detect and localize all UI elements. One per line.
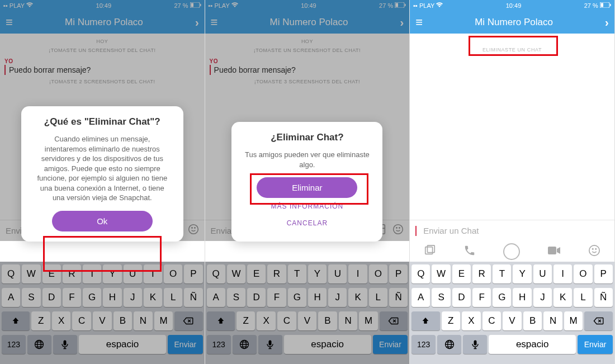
globe-key[interactable]	[437, 335, 461, 354]
send-key[interactable]: Enviar	[373, 335, 408, 354]
key-h[interactable]: H	[103, 288, 121, 307]
globe-key[interactable]	[233, 335, 257, 354]
key-x[interactable]: X	[52, 311, 71, 330]
chevron-right-icon[interactable]: ›	[605, 16, 609, 29]
key-d[interactable]: D	[247, 288, 266, 307]
key-a[interactable]: A	[411, 288, 430, 307]
key-v[interactable]: V	[93, 311, 112, 330]
keyboard[interactable]: QWERTYUIOP ASDFGHJKLÑ ZXCVBNM 123 espaci…	[410, 262, 614, 364]
key-h[interactable]: H	[513, 288, 531, 307]
send-key[interactable]: Enviar	[168, 335, 202, 354]
key-b[interactable]: B	[318, 311, 337, 330]
key-w[interactable]: W	[432, 264, 450, 283]
smile-icon[interactable]	[588, 244, 600, 259]
shift-key[interactable]	[207, 311, 235, 330]
key-q[interactable]: Q	[207, 264, 225, 283]
key-l[interactable]: L	[574, 288, 592, 307]
key-y[interactable]: Y	[513, 264, 531, 283]
chevron-right-icon[interactable]: ›	[195, 16, 199, 29]
key-ñ[interactable]: Ñ	[184, 288, 202, 307]
send-key[interactable]: Enviar	[578, 335, 612, 354]
key-r[interactable]: R	[472, 264, 491, 283]
chat-message[interactable]: Puedo borrar mensaje?	[4, 65, 200, 75]
key-q[interactable]: Q	[411, 264, 430, 283]
keyboard[interactable]: QWERTYUIOP ASDFGHJKLÑ ZXCVBNM 123	[205, 262, 410, 364]
menu-icon[interactable]: ≡	[6, 15, 13, 30]
key-b[interactable]: B	[113, 311, 133, 330]
key-t[interactable]: T	[83, 264, 101, 283]
backspace-key[interactable]	[380, 311, 408, 330]
key-d[interactable]: D	[452, 288, 471, 307]
mic-key[interactable]	[463, 335, 487, 354]
key-i[interactable]: I	[348, 264, 367, 283]
key-x[interactable]: X	[462, 311, 481, 330]
key-f[interactable]: F	[472, 288, 491, 307]
key-v[interactable]: V	[503, 311, 522, 330]
key-e[interactable]: E	[452, 264, 471, 283]
key-t[interactable]: T	[288, 264, 306, 283]
menu-icon[interactable]: ≡	[211, 15, 218, 30]
key-g[interactable]: G	[288, 288, 306, 307]
key-m[interactable]: M	[359, 311, 378, 330]
key-r[interactable]: R	[63, 264, 81, 283]
key-y[interactable]: Y	[308, 264, 327, 283]
key-s[interactable]: S	[227, 288, 245, 307]
key-n[interactable]: N	[339, 311, 358, 330]
key-e[interactable]: E	[42, 264, 61, 283]
key-p[interactable]: P	[389, 264, 408, 283]
key-u[interactable]: U	[328, 264, 347, 283]
camera-ring-icon[interactable]	[503, 243, 520, 260]
key-s[interactable]: S	[22, 288, 40, 307]
key-l[interactable]: L	[164, 288, 182, 307]
key-z[interactable]: Z	[31, 311, 50, 330]
more-info-link[interactable]: MÁS INFORMACIÓN	[244, 198, 370, 215]
ok-button[interactable]: Ok	[52, 211, 153, 231]
key-k[interactable]: K	[144, 288, 162, 307]
phone-icon[interactable]	[463, 244, 476, 259]
key-k[interactable]: K	[348, 288, 367, 307]
key-v[interactable]: V	[298, 311, 317, 330]
key-d[interactable]: D	[42, 288, 61, 307]
key-j[interactable]: J	[124, 288, 142, 307]
key-f[interactable]: F	[63, 288, 81, 307]
cancel-link[interactable]: CANCELAR	[244, 215, 370, 231]
key-ñ[interactable]: Ñ	[389, 288, 408, 307]
key-y[interactable]: Y	[103, 264, 121, 283]
mic-key[interactable]	[53, 335, 77, 354]
space-key[interactable]: espacio	[284, 335, 371, 354]
space-key[interactable]: espacio	[79, 335, 166, 354]
key-s[interactable]: S	[432, 288, 450, 307]
chevron-right-icon[interactable]: ›	[400, 16, 404, 29]
mic-key[interactable]	[258, 335, 282, 354]
key-x[interactable]: X	[257, 311, 276, 330]
key-e[interactable]: E	[247, 264, 266, 283]
key-n[interactable]: N	[543, 311, 562, 330]
key-l[interactable]: L	[369, 288, 387, 307]
smile-icon[interactable]	[392, 224, 404, 238]
key-g[interactable]: G	[493, 288, 511, 307]
key-m[interactable]: M	[564, 311, 583, 330]
key-o[interactable]: O	[164, 264, 182, 283]
backspace-key[interactable]	[174, 311, 202, 330]
backspace-key[interactable]	[584, 311, 612, 330]
key-q[interactable]: Q	[2, 264, 20, 283]
menu-icon[interactable]: ≡	[415, 15, 423, 30]
globe-key[interactable]	[27, 335, 51, 354]
key-r[interactable]: R	[267, 264, 286, 283]
key-o[interactable]: O	[369, 264, 387, 283]
key-m[interactable]: M	[154, 311, 173, 330]
video-icon[interactable]	[547, 245, 561, 258]
smile-icon[interactable]	[188, 224, 199, 238]
key-u[interactable]: U	[533, 264, 552, 283]
key-p[interactable]: P	[184, 264, 202, 283]
key-k[interactable]: K	[554, 288, 572, 307]
space-key[interactable]: espacio	[489, 335, 576, 354]
key-a[interactable]: A	[2, 288, 20, 307]
key-f[interactable]: F	[267, 288, 286, 307]
key-z[interactable]: Z	[442, 311, 461, 330]
chat-message[interactable]: Puedo borrar mensaje?	[210, 65, 405, 75]
key-c[interactable]: C	[482, 311, 502, 330]
key-w[interactable]: W	[22, 264, 40, 283]
key-h[interactable]: H	[308, 288, 327, 307]
key-n[interactable]: N	[134, 311, 153, 330]
